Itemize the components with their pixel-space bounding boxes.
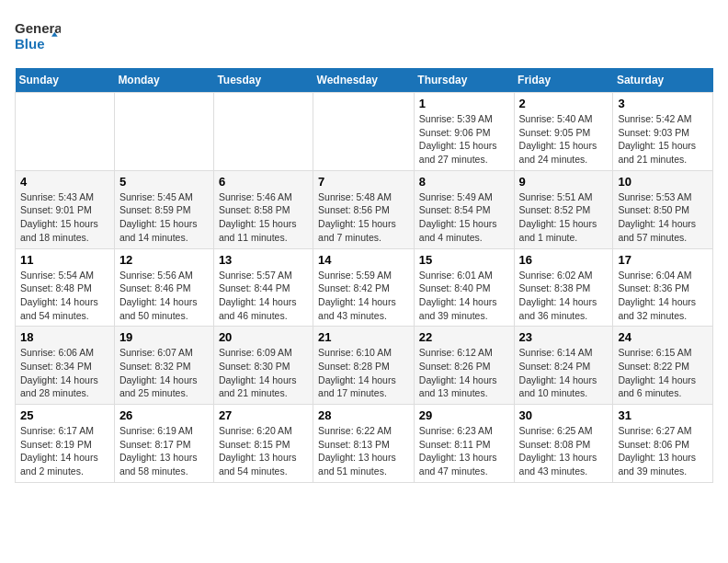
day-number: 22 [419,330,509,344]
calendar-cell: 4Sunrise: 5:43 AM Sunset: 9:01 PM Daylig… [16,170,115,248]
day-number: 11 [20,253,109,267]
day-info: Sunrise: 6:19 AM Sunset: 8:17 PM Dayligh… [119,424,209,478]
calendar-cell: 30Sunrise: 6:25 AM Sunset: 8:08 PM Dayli… [514,405,613,483]
day-info: Sunrise: 6:01 AM Sunset: 8:40 PM Dayligh… [419,269,509,323]
calendar-week-row: 1Sunrise: 5:39 AM Sunset: 9:06 PM Daylig… [16,93,713,171]
logo: General Blue [15,15,61,61]
day-info: Sunrise: 5:46 AM Sunset: 8:58 PM Dayligh… [219,190,308,245]
day-number: 29 [419,408,509,422]
day-number: 16 [519,253,609,267]
logo-icon: General Blue [15,15,61,61]
day-info: Sunrise: 6:06 AM Sunset: 8:34 PM Dayligh… [20,346,109,400]
day-info: Sunrise: 5:42 AM Sunset: 9:03 PM Dayligh… [618,112,708,167]
day-info: Sunrise: 6:27 AM Sunset: 8:06 PM Dayligh… [618,424,708,478]
day-info: Sunrise: 6:09 AM Sunset: 8:30 PM Dayligh… [219,346,308,400]
calendar-week-row: 4Sunrise: 5:43 AM Sunset: 9:01 PM Daylig… [16,170,713,248]
svg-text:Blue: Blue [15,36,45,52]
calendar-cell: 10Sunrise: 5:53 AM Sunset: 8:50 PM Dayli… [613,170,713,248]
calendar-cell: 1Sunrise: 5:39 AM Sunset: 9:06 PM Daylig… [414,93,514,171]
day-number: 3 [618,97,708,110]
day-info: Sunrise: 6:14 AM Sunset: 8:24 PM Dayligh… [519,346,609,400]
calendar-cell: 28Sunrise: 6:22 AM Sunset: 8:13 PM Dayli… [313,405,415,483]
day-number: 23 [519,330,609,344]
day-number: 10 [618,175,708,189]
calendar-header-tuesday: Tuesday [213,68,313,93]
day-info: Sunrise: 6:20 AM Sunset: 8:15 PM Dayligh… [219,424,308,478]
calendar-header-row: SundayMondayTuesdayWednesdayThursdayFrid… [16,68,713,93]
day-number: 27 [219,408,308,422]
calendar-cell: 13Sunrise: 5:57 AM Sunset: 8:44 PM Dayli… [213,248,313,327]
day-number: 24 [618,330,708,344]
day-info: Sunrise: 6:23 AM Sunset: 8:11 PM Dayligh… [419,424,509,478]
day-info: Sunrise: 5:45 AM Sunset: 8:59 PM Dayligh… [119,190,209,245]
calendar-cell [114,93,213,171]
calendar-cell: 7Sunrise: 5:48 AM Sunset: 8:56 PM Daylig… [313,170,415,248]
calendar-cell: 19Sunrise: 6:07 AM Sunset: 8:32 PM Dayli… [114,327,213,405]
day-number: 2 [519,97,609,110]
day-number: 14 [318,253,409,267]
day-number: 7 [318,175,409,189]
day-info: Sunrise: 6:04 AM Sunset: 8:36 PM Dayligh… [618,269,708,323]
calendar-header-sunday: Sunday [16,68,115,93]
day-number: 21 [318,330,409,344]
calendar-cell: 25Sunrise: 6:17 AM Sunset: 8:19 PM Dayli… [16,405,115,483]
calendar-cell: 29Sunrise: 6:23 AM Sunset: 8:11 PM Dayli… [414,405,514,483]
calendar-cell: 22Sunrise: 6:12 AM Sunset: 8:26 PM Dayli… [414,327,514,405]
calendar-cell: 5Sunrise: 5:45 AM Sunset: 8:59 PM Daylig… [114,170,213,248]
day-info: Sunrise: 5:48 AM Sunset: 8:56 PM Dayligh… [318,190,409,245]
calendar-table: SundayMondayTuesdayWednesdayThursdayFrid… [15,68,713,483]
calendar-cell [313,93,415,171]
day-info: Sunrise: 5:53 AM Sunset: 8:50 PM Dayligh… [618,190,708,245]
day-number: 18 [20,330,109,344]
calendar-cell: 11Sunrise: 5:54 AM Sunset: 8:48 PM Dayli… [16,248,115,327]
day-info: Sunrise: 5:59 AM Sunset: 8:42 PM Dayligh… [318,269,409,323]
calendar-cell [213,93,313,171]
calendar-header-saturday: Saturday [613,68,713,93]
calendar-cell: 12Sunrise: 5:56 AM Sunset: 8:46 PM Dayli… [114,248,213,327]
day-number: 15 [419,253,509,267]
day-number: 26 [119,408,209,422]
day-info: Sunrise: 5:51 AM Sunset: 8:52 PM Dayligh… [519,190,609,245]
day-info: Sunrise: 5:39 AM Sunset: 9:06 PM Dayligh… [419,112,509,167]
calendar-cell: 6Sunrise: 5:46 AM Sunset: 8:58 PM Daylig… [213,170,313,248]
day-info: Sunrise: 5:49 AM Sunset: 8:54 PM Dayligh… [419,190,509,245]
calendar-cell: 23Sunrise: 6:14 AM Sunset: 8:24 PM Dayli… [514,327,613,405]
page-header: General Blue [15,15,713,61]
day-info: Sunrise: 5:43 AM Sunset: 9:01 PM Dayligh… [20,190,109,245]
day-info: Sunrise: 6:10 AM Sunset: 8:28 PM Dayligh… [318,346,409,400]
day-info: Sunrise: 5:57 AM Sunset: 8:44 PM Dayligh… [219,269,308,323]
day-number: 12 [119,253,209,267]
calendar-week-row: 25Sunrise: 6:17 AM Sunset: 8:19 PM Dayli… [16,405,713,483]
calendar-week-row: 11Sunrise: 5:54 AM Sunset: 8:48 PM Dayli… [16,248,713,327]
calendar-cell: 2Sunrise: 5:40 AM Sunset: 9:05 PM Daylig… [514,93,613,171]
day-number: 4 [20,175,109,189]
day-number: 9 [519,175,609,189]
calendar-cell: 24Sunrise: 6:15 AM Sunset: 8:22 PM Dayli… [613,327,713,405]
day-number: 25 [20,408,109,422]
calendar-cell: 8Sunrise: 5:49 AM Sunset: 8:54 PM Daylig… [414,170,514,248]
calendar-cell: 17Sunrise: 6:04 AM Sunset: 8:36 PM Dayli… [613,248,713,327]
day-number: 5 [119,175,209,189]
calendar-cell: 16Sunrise: 6:02 AM Sunset: 8:38 PM Dayli… [514,248,613,327]
day-info: Sunrise: 5:56 AM Sunset: 8:46 PM Dayligh… [119,269,209,323]
calendar-week-row: 18Sunrise: 6:06 AM Sunset: 8:34 PM Dayli… [16,327,713,405]
calendar-header-thursday: Thursday [414,68,514,93]
day-info: Sunrise: 6:22 AM Sunset: 8:13 PM Dayligh… [318,424,409,478]
day-number: 1 [419,97,509,110]
day-number: 30 [519,408,609,422]
day-number: 19 [119,330,209,344]
day-number: 28 [318,408,409,422]
calendar-cell: 18Sunrise: 6:06 AM Sunset: 8:34 PM Dayli… [16,327,115,405]
day-number: 6 [219,175,308,189]
calendar-cell: 20Sunrise: 6:09 AM Sunset: 8:30 PM Dayli… [213,327,313,405]
calendar-cell: 27Sunrise: 6:20 AM Sunset: 8:15 PM Dayli… [213,405,313,483]
day-number: 31 [618,408,708,422]
calendar-header-monday: Monday [114,68,213,93]
calendar-header-friday: Friday [514,68,613,93]
day-info: Sunrise: 6:25 AM Sunset: 8:08 PM Dayligh… [519,424,609,478]
day-number: 8 [419,175,509,189]
day-number: 17 [618,253,708,267]
day-info: Sunrise: 5:54 AM Sunset: 8:48 PM Dayligh… [20,269,109,323]
day-info: Sunrise: 5:40 AM Sunset: 9:05 PM Dayligh… [519,112,609,167]
calendar-cell [16,93,115,171]
